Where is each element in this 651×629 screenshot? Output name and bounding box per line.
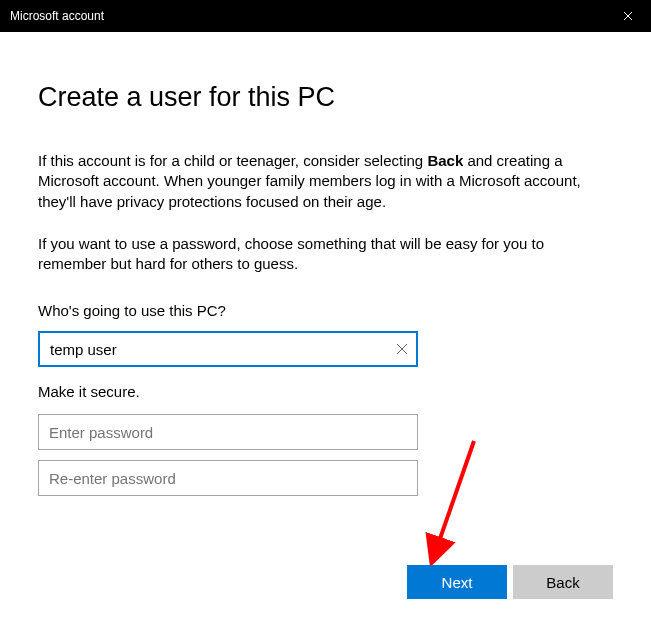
clear-username-button[interactable] — [394, 341, 410, 357]
clear-icon — [396, 343, 408, 355]
page-title: Create a user for this PC — [38, 82, 613, 113]
confirm-password-input[interactable] — [38, 460, 418, 496]
intro-paragraph-1: If this account is for a child or teenag… — [38, 151, 613, 212]
close-icon — [623, 11, 633, 21]
content-area: Create a user for this PC If this accoun… — [0, 32, 651, 496]
username-input-wrap — [38, 331, 418, 367]
password-input[interactable] — [38, 414, 418, 450]
footer-buttons: Next Back — [407, 565, 613, 599]
password-input-wrap — [38, 414, 418, 450]
username-label: Who's going to use this PC? — [38, 302, 613, 319]
titlebar: Microsoft account — [0, 0, 651, 32]
close-button[interactable] — [605, 0, 651, 32]
next-button[interactable]: Next — [407, 565, 507, 599]
username-input[interactable] — [38, 331, 418, 367]
back-button[interactable]: Back — [513, 565, 613, 599]
intro-paragraph-2: If you want to use a password, choose so… — [38, 234, 613, 275]
password-section-label: Make it secure. — [38, 383, 613, 400]
confirm-password-input-wrap — [38, 460, 418, 496]
window-title: Microsoft account — [10, 9, 104, 23]
